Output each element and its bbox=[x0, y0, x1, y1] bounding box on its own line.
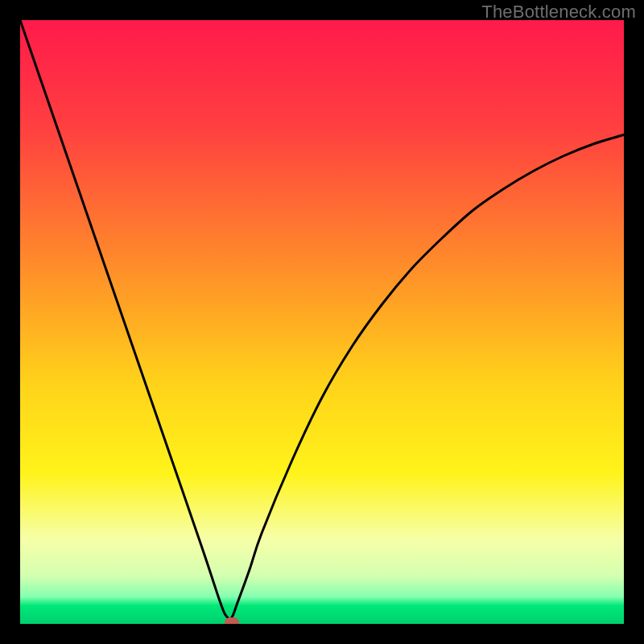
bottleneck-curve bbox=[20, 20, 624, 624]
optimal-marker bbox=[225, 617, 239, 624]
plot-area bbox=[20, 20, 624, 624]
outer-frame: TheBottleneck.com bbox=[0, 0, 644, 644]
